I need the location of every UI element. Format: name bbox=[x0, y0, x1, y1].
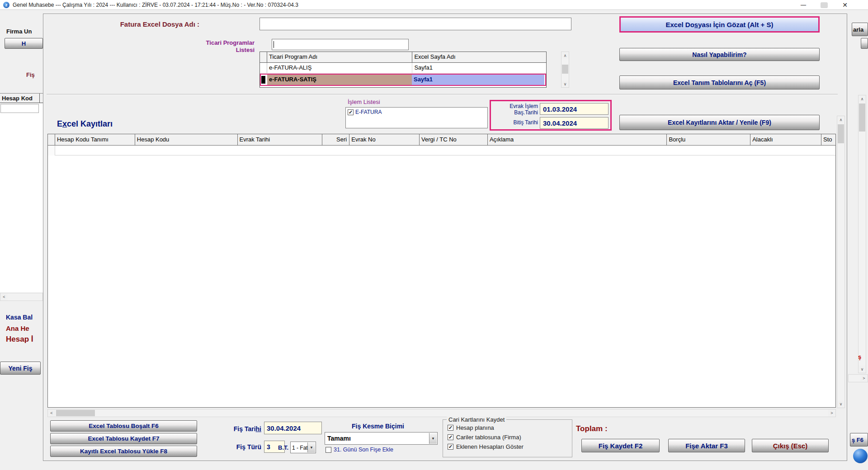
partial-button-left[interactable]: H bbox=[5, 38, 43, 49]
close-icon: ✕ bbox=[842, 1, 848, 9]
chevron-down-icon[interactable]: ▼ bbox=[429, 433, 437, 444]
maximize-button[interactable] bbox=[816, 0, 832, 10]
column-separator bbox=[39, 94, 40, 103]
col-vergi-tc-no[interactable]: Vergi / TC No bbox=[420, 134, 488, 145]
cari-kartlari-groupbox: Cari Kartlarını Kaydet ✓ Hesap planına ✓… bbox=[443, 419, 572, 457]
partial-button-right[interactable] bbox=[861, 38, 868, 49]
scroll-down-icon[interactable]: ∨ bbox=[859, 366, 866, 373]
title-post: cel Kayıtları bbox=[67, 119, 113, 128]
background-hscrollbar[interactable]: < bbox=[0, 293, 43, 301]
row-selector[interactable] bbox=[260, 63, 267, 73]
checkbox-unchecked-icon[interactable] bbox=[326, 447, 331, 453]
cariler-tablosuna-checkbox[interactable]: ✓ Cariler tablosuna (Firma) bbox=[448, 434, 521, 441]
col-hesap-kodu-tanimi[interactable]: Hesap Kodu Tanımı bbox=[55, 134, 135, 145]
checkbox-checked-icon[interactable]: ✓ bbox=[448, 425, 453, 431]
gozat-label-accel: s bbox=[694, 21, 698, 28]
background-vscrollbar[interactable]: ∧ ∨ bbox=[858, 95, 866, 373]
col-excel-sayfa-adi[interactable]: Excel Sayfa Adı bbox=[412, 52, 546, 62]
fatura-excel-dosya-input[interactable] bbox=[259, 18, 571, 30]
grid-row-selector[interactable] bbox=[48, 146, 55, 155]
scroll-right-icon[interactable]: > bbox=[860, 375, 868, 382]
cikis-esc-button[interactable]: Çıkış (Esc) bbox=[752, 439, 829, 452]
islem-listesi-listbox[interactable]: ✓ E-FATURA bbox=[345, 107, 488, 128]
col-stok[interactable]: Sto bbox=[821, 134, 835, 145]
excel-tanim-tablolari-button[interactable]: Excel Tanım Tablolarını Aç (F5) bbox=[619, 75, 820, 89]
col-evrak-no[interactable]: Evrak No bbox=[349, 134, 420, 145]
ticari-search-input[interactable] bbox=[272, 39, 409, 50]
partial-fis-f6-button[interactable]: ş F6 bbox=[850, 433, 868, 446]
fis-tarihi-input[interactable]: 30.04.2024 bbox=[264, 422, 322, 434]
blue-circle-button[interactable] bbox=[853, 449, 868, 463]
scrollbar-thumb[interactable] bbox=[859, 103, 865, 132]
chevron-down-icon[interactable]: ▼ bbox=[307, 442, 315, 452]
grid-vscrollbar[interactable]: ∧ ∨ bbox=[837, 116, 845, 408]
checkbox-checked-icon[interactable]: ✓ bbox=[448, 444, 453, 450]
bitis-tarihi-input[interactable]: 30.04.2024 bbox=[540, 117, 609, 129]
title-bar: z Genel Muhasebe --- Çalışma Yılı : 2024… bbox=[0, 0, 868, 10]
col-alacakli[interactable]: Alacaklı bbox=[750, 134, 821, 145]
kayitli-excel-tablosu-yukle-button[interactable]: Kayıtlı Excel Tablosu Yükle F8 bbox=[50, 446, 197, 457]
groupbox-title: Cari Kartlarını Kaydet bbox=[447, 416, 506, 423]
cell-sayfa-adi[interactable]: Sayfa1 bbox=[412, 63, 546, 73]
excel-gozat-button[interactable]: Excel Dosyası İçin Gözat (Alt + S) bbox=[619, 16, 820, 33]
col-hesap-kodu[interactable]: Hesap Kodu bbox=[135, 134, 238, 145]
red-text-fragment: ş bbox=[858, 353, 861, 360]
scroll-left-icon[interactable]: < bbox=[48, 409, 55, 417]
eklenen-hesaplari-goster-checkbox[interactable]: ✓ Eklenen Hesapları Göster bbox=[448, 443, 524, 450]
col-aciklama[interactable]: Açıklama bbox=[488, 134, 667, 145]
hesap-planina-checkbox[interactable]: ✓ Hesap planına bbox=[448, 424, 494, 431]
scroll-up-icon[interactable]: ∧ bbox=[859, 95, 866, 103]
background-hscrollbar-right[interactable]: > bbox=[848, 374, 868, 382]
grid-empty-row[interactable] bbox=[48, 146, 835, 155]
excel-kayitlari-title: Excel Kayıtları bbox=[57, 119, 113, 129]
title-accel: x bbox=[62, 119, 67, 128]
bt-dropdown[interactable]: 1 - Fat ▼ bbox=[290, 442, 316, 453]
minimize-button[interactable]: — bbox=[796, 0, 811, 10]
cell-program-adi[interactable]: e-FATURA-SATIŞ bbox=[267, 75, 412, 85]
fise-aktar-f3-button[interactable]: Fişe Aktar F3 bbox=[668, 439, 745, 452]
partial-button-arla[interactable]: arla bbox=[852, 23, 868, 36]
ana-hesap-label: Ana He bbox=[6, 324, 29, 332]
gunu-son-fise-ekle-checkbox[interactable]: 31. Günü Son Fişe Ekle bbox=[326, 446, 393, 453]
scrollbar-thumb[interactable] bbox=[838, 124, 844, 143]
scroll-right-icon[interactable]: > bbox=[828, 409, 835, 417]
cell-program-adi[interactable]: e-FATURA-ALIŞ bbox=[267, 63, 412, 73]
checkbox-label: Eklenen Hesapları Göster bbox=[456, 443, 524, 450]
islem-listesi-label: İşlem Listesi bbox=[348, 99, 380, 105]
grid-hscrollbar[interactable]: < > bbox=[47, 409, 836, 417]
excel-kayitlari-aktar-button[interactable]: Excel Kayıtlarını Aktar / Yenile (F9) bbox=[619, 115, 820, 130]
scroll-left-icon[interactable]: < bbox=[0, 293, 8, 301]
table-row[interactable]: e-FATURA-ALIŞ Sayfa1 bbox=[260, 63, 546, 74]
scrollbar-thumb[interactable] bbox=[56, 410, 95, 416]
yeni-fis-button[interactable]: Yeni Fiş bbox=[0, 362, 41, 375]
excel-tablosu-kaydet-button[interactable]: Excel Tablosu Kaydet F7 bbox=[50, 433, 197, 444]
col-borclu[interactable]: Borçlu bbox=[667, 134, 750, 145]
bas-tarihi-input[interactable]: 01.03.2024 bbox=[540, 103, 609, 115]
scroll-up-icon[interactable]: ∧ bbox=[561, 52, 569, 59]
row-selector[interactable] bbox=[261, 75, 267, 85]
checkbox-checked-icon[interactable]: ✓ bbox=[448, 434, 453, 440]
checkbox-checked-icon[interactable]: ✓ bbox=[348, 109, 354, 115]
col-seri[interactable]: Seri bbox=[322, 134, 349, 145]
scroll-up-icon[interactable]: ∧ bbox=[837, 116, 844, 123]
cell-sayfa-adi[interactable]: Sayfa1 bbox=[412, 75, 544, 85]
label-pre: Fiş Tari bbox=[234, 425, 256, 432]
table-row-selected[interactable]: e-FATURA-SATIŞ Sayfa1 bbox=[260, 74, 546, 86]
close-button[interactable]: ✕ bbox=[837, 0, 853, 10]
excel-tablosu-bosalt-button[interactable]: Excel Tablosu Boşalt F6 bbox=[50, 420, 197, 432]
scroll-down-icon[interactable]: ∨ bbox=[837, 400, 844, 408]
nasil-yapabilirim-button[interactable]: Nasıl Yapabilirim? bbox=[619, 48, 820, 61]
fis-kesme-dropdown[interactable]: Tamamı ▼ bbox=[325, 432, 438, 445]
col-evrak-tarihi[interactable]: Evrak Tarihi bbox=[238, 134, 323, 145]
table-header-row: Ticari Program Adı Excel Sayfa Adı bbox=[260, 52, 546, 63]
ticari-table-scrollbar[interactable]: ∧ ∨ bbox=[561, 52, 569, 88]
col-ticari-program-adi[interactable]: Ticari Program Adı bbox=[267, 52, 412, 62]
evrak-islem-bas-tarihi-label: Evrak İşlem Baş.Tarihi bbox=[492, 103, 538, 116]
excel-kayitlari-grid: Hesap Kodu Tanımı Hesap Kodu Evrak Tarih… bbox=[47, 134, 836, 408]
list-item[interactable]: ✓ E-FATURA bbox=[348, 109, 382, 115]
fis-kaydet-f2-button[interactable]: Fiş Kaydet F2 bbox=[581, 439, 660, 452]
fatura-excel-dosya-label: Fatura Excel Dosya Adı : bbox=[64, 20, 199, 28]
minimize-icon: — bbox=[801, 2, 806, 8]
scrollbar-thumb[interactable] bbox=[562, 65, 568, 74]
scroll-down-icon[interactable]: ∨ bbox=[561, 80, 569, 87]
